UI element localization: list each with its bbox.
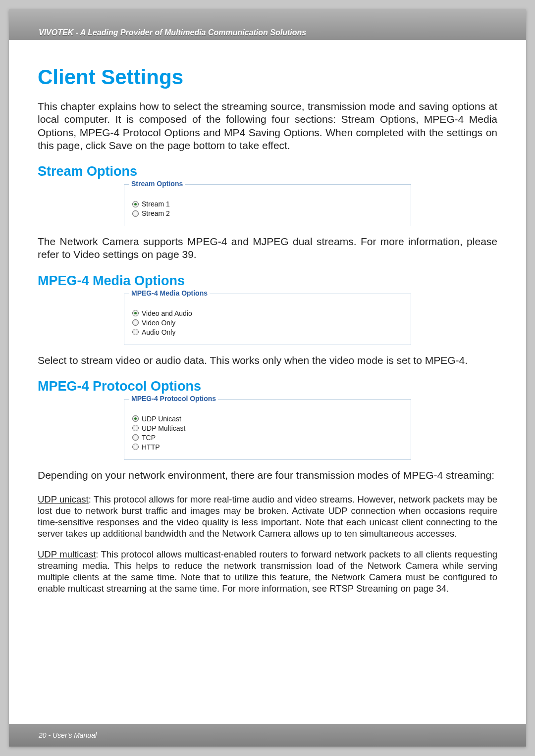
radio-media-video-only[interactable]: Video Only — [132, 319, 403, 327]
page-background: VIVOTEK - A Leading Provider of Multimed… — [0, 0, 535, 756]
footer-bar: 20 - User's Manual — [9, 724, 526, 747]
fieldset-stream: Stream Options Stream 1 Stream 2 — [124, 184, 411, 226]
radio-icon — [132, 444, 139, 450]
radio-icon — [132, 425, 139, 431]
radio-icon — [132, 329, 139, 335]
stream-after-text: The Network Camera supports MPEG-4 and M… — [38, 235, 497, 261]
radio-label: Video and Audio — [142, 309, 192, 317]
udp-multicast-label: UDP multicast — [38, 549, 96, 559]
radio-icon — [132, 319, 139, 326]
radio-icon — [132, 201, 139, 207]
radio-label: Stream 2 — [142, 209, 170, 217]
radio-icon — [132, 210, 139, 217]
fieldset-protocol: MPEG-4 Protocol Options UDP Unicast UDP … — [124, 399, 411, 460]
panel-stream-wrap: Stream Options Stream 1 Stream 2 — [38, 184, 497, 226]
fieldset-media: MPEG-4 Media Options Video and Audio Vid… — [124, 294, 411, 345]
radio-protocol-tcp[interactable]: TCP — [132, 434, 403, 442]
radio-icon — [132, 434, 139, 441]
udp-multicast-text: : This protocol allows multicast-enabled… — [38, 549, 497, 594]
section-heading-media: MPEG-4 Media Options — [38, 273, 497, 289]
section-heading-stream: Stream Options — [38, 164, 497, 179]
udp-unicast-label: UDP unicast — [38, 494, 89, 504]
radio-label: UDP Multicast — [142, 424, 185, 432]
radio-label: Audio Only — [142, 328, 175, 336]
radio-protocol-udp-unicast[interactable]: UDP Unicast — [132, 415, 403, 423]
radio-protocol-http[interactable]: HTTP — [132, 443, 403, 451]
radio-protocol-udp-multicast[interactable]: UDP Multicast — [132, 424, 403, 432]
section-heading-protocol: MPEG-4 Protocol Options — [38, 379, 497, 394]
radio-media-video-audio[interactable]: Video and Audio — [132, 309, 403, 317]
panel-protocol-wrap: MPEG-4 Protocol Options UDP Unicast UDP … — [38, 399, 497, 460]
radio-label: HTTP — [142, 443, 160, 451]
radio-media-audio-only[interactable]: Audio Only — [132, 328, 403, 336]
footer-page-number: 20 - User's Manual — [39, 731, 97, 739]
udp-multicast-paragraph: UDP multicast: This protocol allows mult… — [38, 549, 497, 595]
radio-label: UDP Unicast — [142, 415, 181, 423]
media-after-text: Select to stream video or audio data. Th… — [38, 354, 497, 367]
protocol-lead-text: Depending on your network environment, t… — [38, 469, 497, 482]
content-area: Client Settings This chapter explains ho… — [9, 42, 526, 648]
radio-stream-1[interactable]: Stream 1 — [132, 200, 403, 208]
radio-label: TCP — [142, 434, 156, 442]
udp-unicast-text: : This protocol allows for more real-tim… — [38, 494, 497, 539]
radio-label: Video Only — [142, 319, 175, 327]
intro-paragraph: This chapter explains how to select the … — [38, 100, 497, 152]
radio-icon — [132, 415, 139, 422]
document-sheet: VIVOTEK - A Leading Provider of Multimed… — [9, 9, 526, 747]
legend-protocol: MPEG-4 Protocol Options — [129, 395, 218, 403]
header-bar: VIVOTEK - A Leading Provider of Multimed… — [9, 9, 526, 42]
header-brand-text: VIVOTEK - A Leading Provider of Multimed… — [39, 28, 306, 37]
radio-label: Stream 1 — [142, 200, 170, 208]
udp-unicast-paragraph: UDP unicast: This protocol allows for mo… — [38, 494, 497, 540]
panel-media-wrap: MPEG-4 Media Options Video and Audio Vid… — [38, 294, 497, 345]
radio-stream-2[interactable]: Stream 2 — [132, 209, 403, 217]
legend-media: MPEG-4 Media Options — [129, 289, 210, 297]
legend-stream: Stream Options — [129, 180, 185, 188]
page-title: Client Settings — [38, 65, 497, 89]
radio-icon — [132, 310, 139, 316]
